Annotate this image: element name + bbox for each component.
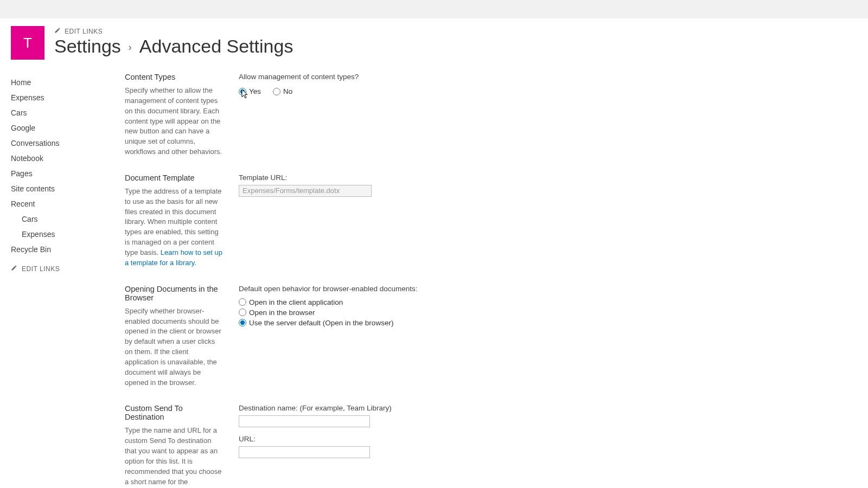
breadcrumb: Settings › Advanced Settings — [54, 36, 293, 56]
section-title: Document Template — [125, 174, 222, 182]
edit-links-label: EDIT LINKS — [65, 28, 103, 35]
pencil-icon — [11, 265, 17, 273]
destination-name-input[interactable] — [239, 415, 370, 427]
section-title: Opening Documents in the Browser — [125, 285, 222, 302]
section-title: Custom Send To Destination — [125, 404, 222, 421]
destination-url-input[interactable] — [239, 446, 370, 458]
content-types-question: Allow management of content types? — [239, 73, 532, 81]
sidebar-item-recycle-bin[interactable]: Recycle Bin — [11, 242, 108, 257]
sidebar-item-recent[interactable]: Recent — [11, 196, 108, 211]
open-server-default-option[interactable]: Use the server default (Open in the brow… — [239, 319, 532, 327]
site-logo[interactable]: T — [11, 26, 44, 60]
radio-label: Use the server default (Open in the brow… — [249, 319, 393, 327]
section-description: Specify whether to allow the management … — [125, 86, 222, 157]
edit-links-top[interactable]: EDIT LINKS — [54, 27, 103, 35]
content-types-yes-option[interactable]: Yes — [239, 87, 261, 95]
open-browser-option[interactable]: Open in the browser — [239, 309, 532, 317]
open-behavior-label: Default open behavior for browser-enable… — [239, 285, 532, 293]
radio-label: Yes — [249, 87, 261, 95]
content-types-no-option[interactable]: No — [273, 87, 292, 95]
breadcrumb-settings-link[interactable]: Settings — [54, 36, 121, 56]
breadcrumb-separator-icon: › — [129, 42, 132, 53]
sidebar-item-cars[interactable]: Cars — [11, 105, 108, 120]
open-client-radio[interactable] — [239, 298, 246, 306]
sidebar-item-cars[interactable]: Cars — [11, 211, 108, 227]
section-description: Specify whether browser-enabled document… — [125, 306, 222, 388]
section-title: Content Types — [125, 73, 222, 81]
section-document-template: Document Template Type the address of a … — [125, 174, 857, 268]
edit-links-label: EDIT LINKS — [22, 265, 60, 273]
radio-label: Open in the client application — [249, 298, 343, 306]
section-description-text: Type the address of a template to use as… — [125, 187, 222, 256]
open-client-option[interactable]: Open in the client application — [239, 298, 532, 306]
sidebar-item-expenses[interactable]: Expenses — [11, 90, 108, 105]
section-description: Type the name and URL for a custom Send … — [125, 426, 222, 488]
content-types-no-radio[interactable] — [273, 88, 280, 95]
radio-label: Open in the browser — [249, 309, 315, 317]
sidebar-item-pages[interactable]: Pages — [11, 166, 108, 181]
sidebar-item-home[interactable]: Home — [11, 75, 108, 90]
template-url-input — [239, 185, 372, 197]
content-types-yes-radio[interactable] — [239, 88, 246, 95]
sidebar-item-google[interactable]: Google — [11, 120, 108, 136]
sidebar-item-expenses[interactable]: Expenses — [11, 227, 108, 242]
section-opening-documents: Opening Documents in the Browser Specify… — [125, 285, 857, 388]
section-description: Type the address of a template to use as… — [125, 187, 222, 268]
pencil-icon — [54, 27, 61, 35]
sidebar-item-notebook[interactable]: Notebook — [11, 151, 108, 166]
quick-launch-nav: HomeExpensesCarsGoogleConversationsNoteb… — [11, 73, 108, 273]
destination-name-label: Destination name: (For example, Team Lib… — [239, 404, 532, 412]
suite-bar — [0, 0, 868, 18]
section-send-to: Custom Send To Destination Type the name… — [125, 404, 857, 488]
destination-url-label: URL: — [239, 435, 532, 443]
sidebar-item-site-contents[interactable]: Site contents — [11, 181, 108, 196]
page-title: Advanced Settings — [139, 36, 293, 56]
radio-label: No — [283, 87, 292, 95]
open-server-default-radio[interactable] — [239, 319, 246, 326]
section-content-types: Content Types Specify whether to allow t… — [125, 73, 857, 157]
edit-links-sidebar[interactable]: EDIT LINKS — [11, 265, 108, 273]
open-browser-radio[interactable] — [239, 309, 246, 316]
sidebar-item-conversations[interactable]: Conversations — [11, 136, 108, 151]
template-url-label: Template URL: — [239, 174, 532, 182]
